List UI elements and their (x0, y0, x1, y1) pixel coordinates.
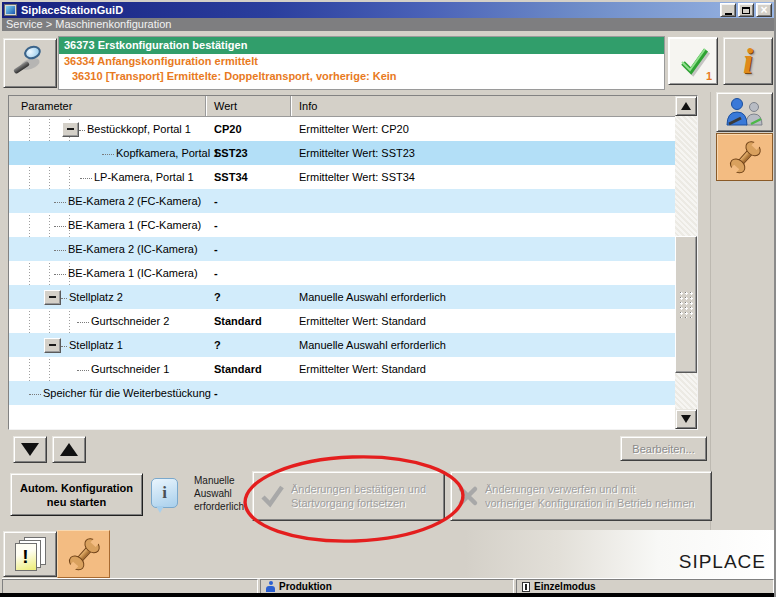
param-cell: Gurtschneider 2 (9, 309, 206, 333)
info-cell (291, 381, 675, 405)
param-cell: Kopfkamera, Portal 1 (9, 141, 206, 165)
move-down-button[interactable] (13, 436, 47, 463)
wert-cell: ? (206, 333, 291, 357)
table-row[interactable]: BE-Kamera 2 (IC-Kamera) - (9, 237, 675, 261)
param-cell: Stellplatz 1 (9, 333, 206, 357)
messages-pages-icon (15, 537, 46, 572)
edit-button[interactable]: Bearbeiten... (620, 436, 707, 461)
info-cell (291, 261, 675, 285)
down-arrow-icon (681, 415, 691, 423)
zoom-messages-button[interactable] (3, 38, 57, 88)
vertical-scrollbar[interactable] (675, 96, 697, 429)
collapse-toggle[interactable] (44, 338, 61, 353)
table-body: Bestückkopf, Portal 1 CP20 Ermittelter W… (9, 117, 675, 405)
messages-tab[interactable] (3, 531, 57, 577)
table-row[interactable]: Bestückkopf, Portal 1 CP20 Ermittelter W… (9, 117, 675, 141)
breadcrumb: Service > Maschinenkonfiguration (2, 18, 774, 31)
table-row[interactable]: BE-Kamera 1 (FC-Kamera) - (9, 213, 675, 237)
wrench-icon (59, 529, 108, 579)
restart-autoconfig-button[interactable]: Autom. Konfiguration neu starten (10, 473, 143, 516)
wert-cell: SST34 (206, 165, 291, 189)
info-cell: Manuelle Auswahl erforderlich (291, 333, 675, 357)
parameter-table: Parameter Wert Info Bestückkopf, Portal … (8, 95, 698, 430)
info-cell: Ermittelter Wert: SST23 (291, 141, 675, 165)
table-row[interactable]: BE-Kamera 1 (IC-Kamera) - (9, 261, 675, 285)
wert-cell: SST23 (206, 141, 291, 165)
service-tab-selected[interactable] (57, 530, 110, 578)
move-up-button[interactable] (52, 436, 86, 463)
users-tools-icon (724, 97, 766, 127)
param-cell: BE-Kamera 2 (FC-Kamera) (9, 189, 206, 213)
wert-cell: Standard (206, 357, 291, 381)
status-production: Produktion (260, 579, 514, 594)
note-bubble-icon: i (151, 478, 178, 508)
info-cell (291, 189, 675, 213)
info-cell (291, 237, 675, 261)
table-row[interactable]: Stellplatz 1 ? Manuelle Auswahl erforder… (9, 333, 675, 357)
info-button[interactable]: i (723, 37, 773, 85)
param-cell: Stellplatz 2 (9, 285, 206, 309)
users-button[interactable] (716, 92, 773, 132)
collapse-toggle[interactable] (62, 122, 79, 137)
param-cell: BE-Kamera 1 (FC-Kamera) (9, 213, 206, 237)
magnifier-icon (12, 45, 48, 81)
confirm-messages-button[interactable]: 1 (668, 37, 718, 85)
table-row[interactable]: Gurtschneider 2 Standard Ermittelter Wer… (9, 309, 675, 333)
status-bar: Produktion Einzelmodus (2, 578, 774, 593)
message-panel: 36373 Erstkonfiguration bestätigen 36334… (58, 36, 665, 90)
info-cell: Ermittelter Wert: CP20 (291, 117, 675, 141)
param-cell: Gurtschneider 1 (9, 357, 206, 381)
brand-logo: SIPLACE (679, 551, 766, 573)
table-header: Parameter Wert Info (9, 96, 675, 117)
table-row[interactable]: Speicher für die Weiterbestückung - (9, 381, 675, 405)
collapse-toggle[interactable] (44, 290, 61, 305)
scrollbar-up-button[interactable] (675, 96, 697, 116)
up-arrow-icon (681, 102, 691, 110)
table-row[interactable]: Stellplatz 2 ? Manuelle Auswahl erforder… (9, 285, 675, 309)
wert-cell: - (206, 381, 291, 405)
info-cell (291, 213, 675, 237)
info-cell: Ermittelter Wert: Standard (291, 357, 675, 381)
bottom-tab-strip (2, 530, 774, 578)
secondary-message: 36334 Anfangskonfiguration ermittelt (59, 54, 664, 69)
app-icon (4, 4, 17, 16)
minimize-button[interactable] (720, 3, 736, 17)
info-cell: Ermittelter Wert: Standard (291, 309, 675, 333)
wert-cell: ? (206, 285, 291, 309)
param-cell: Speicher für die Weiterbestückung (9, 381, 206, 405)
wert-cell: - (206, 213, 291, 237)
sidebar-separator (710, 92, 711, 530)
status-empty (2, 579, 258, 594)
down-arrow-icon (21, 443, 39, 456)
discard-changes-button[interactable]: Änderungen verwerfen und mit vorheriger … (450, 471, 712, 521)
scrollbar-thumb[interactable] (675, 236, 697, 373)
primary-message: 36373 Erstkonfiguration bestätigen (59, 37, 664, 54)
close-button[interactable] (756, 3, 772, 17)
detail-message: 36310 [Transport] Ermittelte: Doppeltran… (59, 69, 664, 84)
param-cell: BE-Kamera 2 (IC-Kamera) (9, 237, 206, 261)
title-bar: SiplaceStationGuiD (2, 2, 774, 18)
message-count-badge: 1 (706, 70, 712, 82)
info-cell: Ermittelter Wert: SST34 (291, 165, 675, 189)
table-row[interactable]: Gurtschneider 1 Standard Ermittelter Wer… (9, 357, 675, 381)
info-icon: i (743, 43, 753, 79)
confirm-changes-button[interactable]: Änderungen bestätigen und Startvorgang f… (252, 471, 445, 521)
wert-cell: - (206, 189, 291, 213)
table-row[interactable]: BE-Kamera 2 (FC-Kamera) - (9, 189, 675, 213)
table-row-selected[interactable]: Kopfkamera, Portal 1 SST23 Ermittelter W… (9, 141, 675, 165)
window-bottom-edge (0, 593, 776, 597)
close-icon (760, 4, 767, 16)
wert-cell: Standard (206, 309, 291, 333)
table-row[interactable]: LP-Kamera, Portal 1 SST34 Ermittelter We… (9, 165, 675, 189)
minimize-icon (725, 13, 732, 15)
column-header-wert: Wert (206, 96, 291, 116)
column-header-info: Info (291, 96, 675, 116)
status-single-mode: Einzelmodus (516, 579, 774, 594)
up-arrow-icon (60, 443, 78, 456)
person-icon (266, 581, 275, 592)
maximize-button[interactable] (738, 3, 754, 17)
gray-check-icon (259, 484, 285, 508)
scrollbar-down-button[interactable] (675, 409, 697, 429)
module-icon (522, 582, 530, 592)
machine-config-tab[interactable] (716, 133, 773, 181)
